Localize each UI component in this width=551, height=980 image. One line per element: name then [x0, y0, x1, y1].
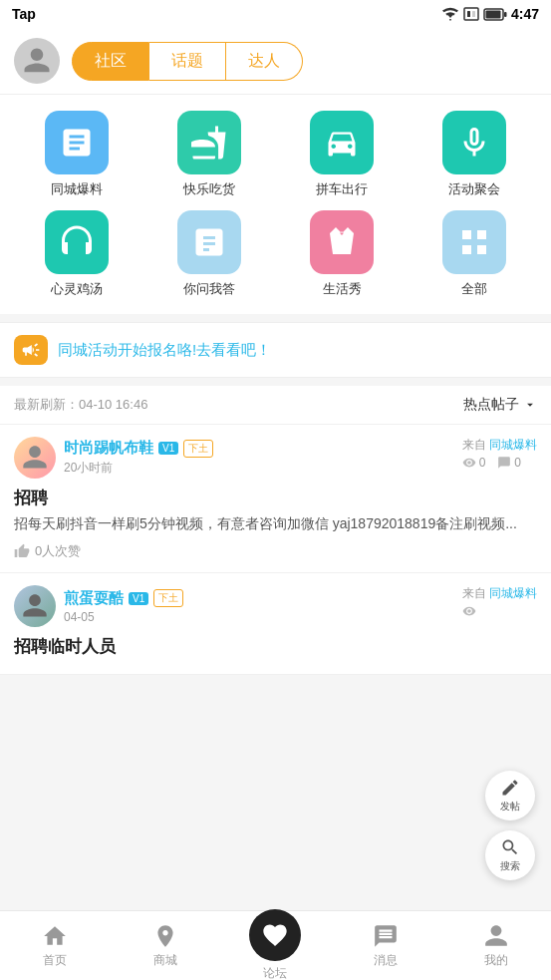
shop-icon — [152, 923, 178, 949]
category-icon-life-show — [310, 210, 374, 274]
chevron-down-icon — [523, 398, 537, 412]
sim-icon — [463, 7, 479, 21]
post-1-avatar — [14, 437, 56, 479]
post-2-username: 煎蛋耍酷 — [64, 589, 124, 608]
megaphone-icon — [21, 340, 41, 360]
heart-icon — [261, 921, 289, 949]
feed-section: 最新刷新：04-10 16:46 热点帖子 时尚踢帆布鞋 V1 下土 — [0, 386, 551, 675]
post-2-stats — [462, 604, 537, 618]
nav-forum-label: 论坛 — [263, 965, 287, 980]
nav-home[interactable]: 首页 — [0, 911, 111, 980]
category-label-carpool: 拼车出行 — [316, 180, 368, 198]
category-local-news[interactable]: 同城爆料 — [10, 111, 142, 198]
post-2-source-link[interactable]: 同城爆料 — [489, 586, 537, 600]
post-1-body: 招每天刷抖音一样刷5分钟视频，有意者咨询加微信 yaj18792018819备注… — [14, 513, 537, 534]
category-label-life-show: 生活秀 — [323, 280, 362, 298]
qa-icon — [191, 224, 227, 260]
post-card-1[interactable]: 时尚踢帆布鞋 V1 下土 20小时前 来自 同城爆料 0 — [0, 425, 551, 573]
category-food[interactable]: 快乐吃货 — [142, 111, 275, 198]
category-icon-food — [177, 111, 241, 174]
time: 4:47 — [511, 6, 539, 22]
nav-messages-label: 消息 — [374, 952, 398, 969]
fab-post-label: 发帖 — [500, 800, 520, 814]
nav-shop[interactable]: 商城 — [111, 911, 221, 980]
tab-community[interactable]: 社区 — [72, 42, 149, 81]
post-1-source-link[interactable]: 同城爆料 — [489, 438, 537, 452]
category-label-all: 全部 — [461, 280, 487, 298]
post-2-username-row: 煎蛋耍酷 V1 下土 — [64, 589, 183, 608]
post-2-time: 04-05 — [64, 610, 183, 624]
avatar-icon — [22, 46, 52, 76]
post-2-title: 招聘临时人员 — [14, 635, 537, 658]
feed-filter-label: 热点帖子 — [463, 396, 519, 414]
feed-filter-btn[interactable]: 热点帖子 — [463, 396, 537, 414]
user-avatar[interactable] — [14, 38, 60, 84]
post-1-title: 招聘 — [14, 487, 537, 509]
post-1-source-area: 来自 同城爆料 0 0 — [462, 437, 537, 470]
svg-rect-2 — [472, 11, 475, 17]
comment-icon — [497, 456, 511, 470]
svg-rect-5 — [485, 10, 500, 18]
category-label-soul-soup: 心灵鸡汤 — [51, 280, 103, 298]
car-icon — [324, 125, 360, 161]
post-1-badge-level: 下土 — [183, 440, 213, 458]
nav-forum-center: 论坛 — [220, 909, 331, 980]
nav-profile-label: 我的 — [484, 952, 508, 969]
nav-profile[interactable]: 我的 — [440, 911, 551, 980]
category-label-food: 快乐吃货 — [183, 180, 235, 198]
post-card-2[interactable]: 煎蛋耍酷 V1 下土 04-05 来自 同城爆料 — [0, 573, 551, 675]
post-1-likes: 0人次赞 — [14, 542, 537, 560]
wifi-icon — [441, 7, 459, 21]
thumbsup-icon — [14, 543, 30, 559]
nav-forum-btn[interactable] — [249, 909, 301, 961]
category-carpool[interactable]: 拼车出行 — [276, 111, 409, 198]
category-qa[interactable]: 你问我答 — [142, 210, 275, 298]
bottom-nav: 首页 商城 论坛 消息 我的 — [0, 910, 551, 980]
category-section: 同城爆料 快乐吃货 拼车出行 活动聚会 — [0, 95, 551, 314]
category-soul-soup[interactable]: 心灵鸡汤 — [10, 210, 142, 298]
food-icon — [191, 125, 227, 161]
feed-header: 最新刷新：04-10 16:46 热点帖子 — [0, 386, 551, 425]
fab-post-btn[interactable]: 发帖 — [485, 771, 535, 820]
category-icon-all — [442, 210, 506, 274]
nav-home-label: 首页 — [43, 952, 67, 969]
fab-search-btn[interactable]: 搜索 — [485, 830, 535, 880]
profile-icon — [483, 923, 509, 949]
post-2-badge-v1: V1 — [129, 592, 148, 605]
eye-icon — [462, 456, 476, 470]
category-icon-soul-soup — [45, 210, 109, 274]
post-1-username: 时尚踢帆布鞋 — [64, 439, 153, 458]
post-2-source-area: 来自 同城爆料 — [462, 585, 537, 618]
post-1-user-info: 时尚踢帆布鞋 V1 下土 20小时前 — [14, 437, 213, 479]
post-2-user-info: 煎蛋耍酷 V1 下土 04-05 — [14, 585, 183, 627]
category-icon-carpool — [310, 111, 374, 174]
feed-timestamp: 最新刷新：04-10 16:46 — [14, 396, 147, 414]
category-all[interactable]: 全部 — [409, 210, 541, 298]
nav-messages[interactable]: 消息 — [331, 911, 441, 980]
category-life-show[interactable]: 生活秀 — [276, 210, 409, 298]
newspaper-icon — [59, 125, 95, 161]
baby-avatar-icon — [21, 444, 49, 472]
post-1-meta: 时尚踢帆布鞋 V1 下土 20小时前 — [64, 439, 213, 477]
tab-expert[interactable]: 达人 — [226, 42, 303, 81]
category-label-local-news: 同城爆料 — [51, 180, 103, 198]
headphones-icon — [59, 224, 95, 260]
edit-icon — [500, 778, 520, 798]
category-icon-events — [442, 111, 506, 174]
nav-shop-label: 商城 — [153, 952, 177, 969]
post-2-header: 煎蛋耍酷 V1 下土 04-05 来自 同城爆料 — [14, 585, 537, 627]
post-2-badge-level: 下土 — [153, 589, 183, 607]
post-2-meta: 煎蛋耍酷 V1 下土 04-05 — [64, 589, 183, 624]
status-bar: Tap 4:47 — [0, 0, 551, 28]
post-2-source: 来自 同城爆料 — [462, 585, 537, 602]
app-name: Tap — [12, 6, 36, 22]
announce-text: 同城活动开始报名咯!去看看吧！ — [58, 341, 271, 360]
announcement-bar[interactable]: 同城活动开始报名咯!去看看吧！ — [0, 322, 551, 378]
svg-rect-1 — [467, 11, 470, 17]
category-events[interactable]: 活动聚会 — [409, 111, 541, 198]
person-avatar-icon — [21, 592, 49, 620]
nav-forum-wrapper[interactable]: 论坛 — [249, 909, 301, 980]
tab-topic[interactable]: 话题 — [149, 42, 226, 81]
eye-icon-2 — [462, 604, 476, 618]
fab-container: 发帖 搜索 — [485, 771, 535, 880]
